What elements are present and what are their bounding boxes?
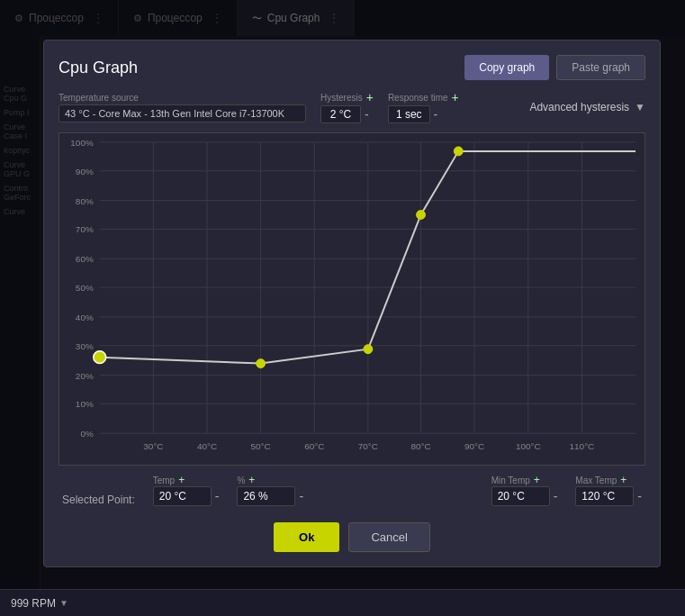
selected-point-row: Selected Point: Temp + - % + - <box>59 475 645 506</box>
chart-point-5 <box>454 147 463 156</box>
svg-text:0%: 0% <box>80 429 94 439</box>
percent-minus[interactable]: - <box>299 489 303 503</box>
hysteresis-group: Hysteresis + 2 °C - <box>320 91 374 123</box>
svg-text:80%: 80% <box>76 196 94 206</box>
cancel-button[interactable]: Cancel <box>348 522 429 552</box>
svg-text:90%: 90% <box>76 167 94 177</box>
chart-point-2 <box>257 359 266 368</box>
svg-text:30%: 30% <box>76 341 94 351</box>
response-time-plus[interactable]: + <box>452 91 459 104</box>
svg-text:40%: 40% <box>76 313 94 322</box>
action-buttons: Ok Cancel <box>59 519 645 552</box>
svg-text:70°C: 70°C <box>358 441 378 451</box>
max-temp-label: Max Temp <box>575 476 617 485</box>
rpm-value: 999 RPM <box>11 597 56 610</box>
hysteresis-value: 2 °C <box>320 105 361 123</box>
response-time-value: 1 sec <box>388 105 430 123</box>
chart-point-4 <box>417 211 426 220</box>
percent-value-row: - <box>237 486 303 506</box>
temp-field-label: Temp <box>153 476 175 485</box>
svg-rect-0 <box>59 133 644 465</box>
temp-group: Temp + - <box>153 475 220 506</box>
percent-input[interactable] <box>237 486 295 506</box>
min-temp-plus[interactable]: + <box>534 475 540 485</box>
temp-plus[interactable]: + <box>178 475 185 485</box>
fan-curve-chart[interactable]: 0% 10% 20% 30% 40% 50% 60% 70% 80% 90% 1… <box>59 133 644 465</box>
max-temp-input[interactable] <box>575 486 634 506</box>
response-time-label: Response time <box>388 93 448 103</box>
min-temp-minus[interactable]: - <box>554 489 558 503</box>
ok-button[interactable]: Ok <box>274 522 339 552</box>
max-temp-value-row: - <box>575 486 642 506</box>
svg-text:110°C: 110°C <box>570 441 595 451</box>
chart-point-3 <box>364 345 373 354</box>
advanced-hysteresis-label: Advanced hysteresis <box>529 101 629 113</box>
modal-header-buttons: Copy graph Paste graph <box>464 55 645 80</box>
chevron-down-icon-rpm[interactable]: ▼ <box>59 598 68 608</box>
max-temp-group: Max Temp + - <box>575 475 642 506</box>
bottom-bar: 999 RPM ▼ <box>0 589 685 616</box>
percent-plus[interactable]: + <box>248 475 255 485</box>
chart-point-1 <box>94 351 106 364</box>
hysteresis-minus[interactable]: - <box>365 107 369 122</box>
svg-text:100%: 100% <box>70 138 94 148</box>
temp-input[interactable] <box>153 486 212 506</box>
svg-text:100°C: 100°C <box>516 441 541 451</box>
svg-text:60°C: 60°C <box>304 441 324 451</box>
svg-text:50%: 50% <box>76 283 94 293</box>
response-time-minus[interactable]: - <box>434 107 438 122</box>
modal-header: Cpu Graph Copy graph Paste graph <box>59 55 645 80</box>
rpm-display: 999 RPM ▼ <box>11 597 68 610</box>
temp-source-select[interactable]: 43 °C - Core Max - 13th Gen Intel Core i… <box>59 104 306 122</box>
hysteresis-value-row: 2 °C - <box>320 105 374 123</box>
min-temp-input[interactable] <box>491 486 550 506</box>
svg-text:40°C: 40°C <box>197 441 217 451</box>
svg-text:10%: 10% <box>76 399 94 409</box>
min-temp-label: Min Temp <box>491 476 530 485</box>
chevron-down-icon: ▼ <box>635 101 645 113</box>
svg-text:60%: 60% <box>76 254 94 264</box>
svg-text:30°C: 30°C <box>143 441 163 451</box>
temp-source-label: Temperature source <box>59 93 306 103</box>
hysteresis-label: Hysteresis <box>320 93 363 103</box>
advanced-hysteresis[interactable]: Advanced hysteresis ▼ <box>529 101 645 113</box>
svg-text:70%: 70% <box>76 224 94 234</box>
chart-container[interactable]: 0% 10% 20% 30% 40% 50% 60% 70% 80% 90% 1… <box>59 132 645 466</box>
controls-row: Temperature source 43 °C - Core Max - 13… <box>59 91 645 123</box>
svg-text:20%: 20% <box>76 371 94 381</box>
modal-dialog: Cpu Graph Copy graph Paste graph Tempera… <box>43 40 661 567</box>
min-temp-group: Min Temp + - <box>491 475 558 506</box>
max-temp-plus[interactable]: + <box>620 475 626 485</box>
percent-field-label: % <box>237 476 245 485</box>
response-time-value-row: 1 sec - <box>388 105 459 123</box>
svg-text:80°C: 80°C <box>410 441 430 451</box>
svg-text:50°C: 50°C <box>251 441 271 451</box>
temp-value-row: - <box>153 486 220 506</box>
temp-minus[interactable]: - <box>215 489 220 503</box>
percent-group: % + - <box>237 475 303 506</box>
response-time-group: Response time + 1 sec - <box>388 91 459 123</box>
selected-point-label: Selected Point: <box>62 494 135 506</box>
svg-text:90°C: 90°C <box>464 441 484 451</box>
modal-title: Cpu Graph <box>59 59 138 77</box>
temp-source-group: Temperature source 43 °C - Core Max - 13… <box>59 93 306 122</box>
hysteresis-plus[interactable]: + <box>366 91 374 104</box>
min-temp-value-row: - <box>491 486 558 506</box>
paste-graph-button[interactable]: Paste graph <box>556 55 645 80</box>
copy-graph-button[interactable]: Copy graph <box>464 55 549 80</box>
max-temp-minus[interactable]: - <box>637 489 642 503</box>
